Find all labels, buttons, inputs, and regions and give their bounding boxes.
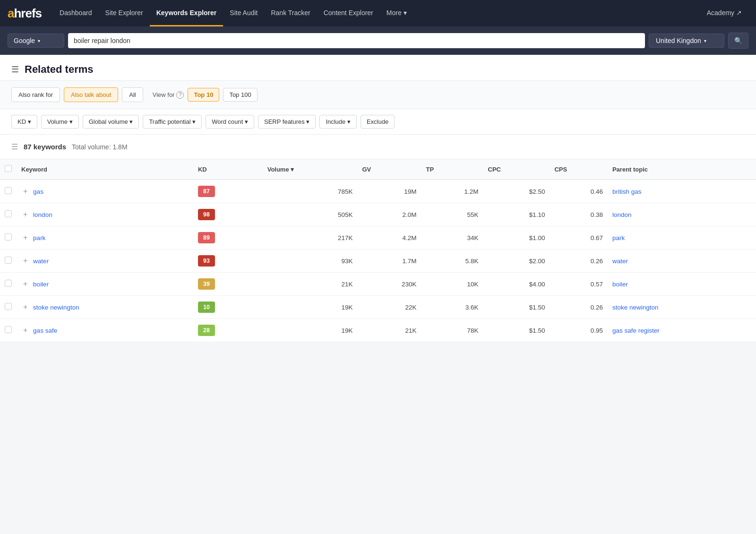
row-checkbox[interactable] (5, 326, 12, 333)
row-checkbox[interactable] (5, 303, 12, 310)
row-checkbox[interactable] (5, 233, 12, 241)
nav-site-audit[interactable]: Site Audit (223, 0, 264, 26)
keyword-link[interactable]: park (33, 234, 45, 241)
row-checkbox[interactable] (5, 187, 12, 194)
filter-word-count[interactable]: Word count ▾ (206, 115, 254, 129)
row-gv-cell: 1.7M (357, 250, 421, 273)
keyword-link[interactable]: gas (33, 188, 43, 195)
top-nav: ahrefs Dashboard Site Explorer Keywords … (0, 0, 756, 26)
row-cpc-cell: $1.50 (483, 319, 550, 342)
parent-topic-link[interactable]: park (612, 234, 625, 241)
nav-academy[interactable]: Academy ↗ (700, 0, 748, 26)
nav-rank-tracker[interactable]: Rank Tracker (264, 0, 317, 26)
search-icon: 🔍 (734, 37, 742, 44)
add-keyword-icon[interactable]: + (21, 326, 29, 335)
row-tp-cell: 5.8K (421, 250, 483, 273)
col-cps: CPS (550, 159, 607, 180)
row-kd-cell: 89 (193, 226, 263, 250)
filter-include[interactable]: Include ▾ (319, 115, 357, 129)
reorder-icon[interactable]: ☰ (11, 142, 18, 151)
row-volume-cell: 19K (263, 296, 358, 319)
tab-also-talk-about[interactable]: Also talk about (64, 87, 118, 102)
engine-select[interactable]: Google ▾ (8, 34, 64, 48)
row-tp-cell: 10K (421, 273, 483, 296)
nav-links: Dashboard Site Explorer Keywords Explore… (53, 0, 700, 26)
keyword-link[interactable]: stoke newington (33, 304, 79, 311)
table-header-row: Keyword KD Volume ▾ GV TP CPC (0, 159, 756, 180)
top-100-button[interactable]: Top 100 (223, 88, 257, 102)
view-for-label: View for ? (153, 91, 184, 99)
table-row: + gas 87 785K 19M 1.2M $2.50 0.46 britis… (0, 180, 756, 203)
parent-topic-link[interactable]: london (612, 211, 632, 218)
row-checkbox[interactable] (5, 257, 12, 264)
row-kd-cell: 39 (193, 273, 263, 296)
tab-also-rank-for[interactable]: Also rank for (11, 87, 60, 102)
nav-site-explorer[interactable]: Site Explorer (99, 0, 150, 26)
nav-dashboard[interactable]: Dashboard (53, 0, 99, 26)
col-parent-topic: Parent topic (608, 159, 756, 180)
col-cpc: CPC (483, 159, 550, 180)
keyword-link[interactable]: water (33, 258, 49, 265)
country-select[interactable]: United Kingdon ▾ (649, 34, 724, 48)
row-volume-cell: 19K (263, 319, 358, 342)
tab-all[interactable]: All (122, 87, 143, 102)
parent-topic-link[interactable]: british gas (612, 188, 642, 195)
row-checkbox[interactable] (5, 280, 12, 287)
kd-badge: 39 (198, 278, 215, 290)
parent-topic-link[interactable]: boiler (612, 281, 628, 288)
row-checkbox-cell (0, 296, 17, 319)
table-area: ☰ 87 keywords Total volume: 1.8M Keyword… (0, 135, 756, 342)
keyword-link[interactable]: boiler (33, 281, 49, 288)
row-cpc-cell: $2.50 (483, 180, 550, 203)
add-keyword-icon[interactable]: + (21, 303, 29, 311)
row-keyword-cell: + park (17, 226, 193, 250)
row-cpc-cell: $2.00 (483, 250, 550, 273)
add-keyword-icon[interactable]: + (21, 233, 29, 242)
row-keyword-cell: + gas safe (17, 319, 193, 342)
country-chevron-icon: ▾ (704, 38, 706, 43)
add-keyword-icon[interactable]: + (21, 210, 29, 219)
filter-exclude[interactable]: Exclude (361, 115, 395, 129)
filter-serp-features[interactable]: SERP features ▾ (258, 115, 316, 129)
top-10-button[interactable]: Top 10 (188, 88, 219, 102)
parent-topic-link[interactable]: stoke newington (612, 304, 659, 311)
row-kd-cell: 28 (193, 319, 263, 342)
row-tp-cell: 55K (421, 203, 483, 226)
col-volume[interactable]: Volume ▾ (263, 159, 358, 180)
kd-badge: 87 (198, 186, 215, 197)
row-kd-cell: 87 (193, 180, 263, 203)
filter-traffic-potential[interactable]: Traffic potential ▾ (143, 115, 202, 129)
keyword-link[interactable]: gas safe (33, 327, 57, 334)
select-all-checkbox[interactable] (5, 165, 12, 172)
logo[interactable]: ahrefs (8, 6, 42, 21)
search-button[interactable]: 🔍 (728, 33, 748, 49)
table-row: + park 89 217K 4.2M 34K $1.00 0.67 park (0, 226, 756, 250)
row-checkbox-cell (0, 319, 17, 342)
row-checkbox-cell (0, 180, 17, 203)
row-tp-cell: 1.2M (421, 180, 483, 203)
filter-volume[interactable]: Volume ▾ (41, 115, 79, 129)
filter-kd[interactable]: KD ▾ (11, 115, 37, 129)
row-keyword-cell: + boiler (17, 273, 193, 296)
add-keyword-icon[interactable]: + (21, 257, 29, 265)
parent-topic-link[interactable]: gas safe register (612, 327, 660, 334)
filter-global-volume[interactable]: Global volume ▾ (83, 115, 139, 129)
row-cpc-cell: $1.00 (483, 226, 550, 250)
keyword-link[interactable]: london (33, 211, 52, 218)
row-parent-cell: park (608, 226, 756, 250)
row-parent-cell: british gas (608, 180, 756, 203)
row-checkbox[interactable] (5, 210, 12, 217)
engine-label: Google (14, 37, 35, 44)
nav-keywords-explorer[interactable]: Keywords Explorer (150, 0, 223, 26)
help-icon[interactable]: ? (176, 91, 184, 99)
hamburger-icon[interactable]: ☰ (11, 64, 19, 75)
search-input-wrap[interactable]: boiler repair london (68, 33, 645, 48)
nav-content-explorer[interactable]: Content Explorer (317, 0, 380, 26)
add-keyword-icon[interactable]: + (21, 187, 29, 196)
add-keyword-icon[interactable]: + (21, 280, 29, 288)
nav-more[interactable]: More ▾ (380, 0, 413, 26)
select-all-header[interactable] (0, 159, 17, 180)
row-cps-cell: 0.26 (550, 296, 607, 319)
parent-topic-link[interactable]: water (612, 258, 628, 265)
row-gv-cell: 21K (357, 319, 421, 342)
